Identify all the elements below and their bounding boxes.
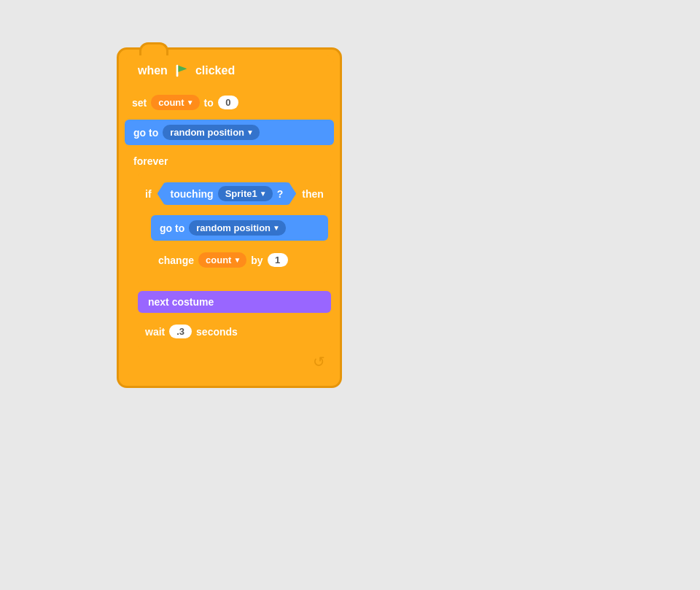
wait-block: wait .3 seconds: [138, 319, 331, 343]
dropdown-arrow-icon: ▼: [187, 98, 194, 106]
set-label: set: [132, 97, 147, 109]
goto1-dropdown[interactable]: random position ▼: [163, 125, 260, 140]
sprite1-arrow-icon: ▼: [260, 190, 267, 198]
sprite1-dropdown[interactable]: Sprite1 ▼: [218, 186, 273, 201]
green-flag-icon: [174, 63, 190, 79]
touching-condition: touching Sprite1 ▼ ?: [158, 182, 297, 205]
then-label: then: [302, 188, 324, 200]
change-variable-dropdown[interactable]: count ▼: [198, 252, 246, 268]
change-label: change: [158, 255, 194, 266]
if-block-header: if touching Sprite1 ▼ ? then: [138, 177, 331, 210]
if-label: if: [145, 188, 152, 200]
scratch-canvas: when clicked set count ▼ to 0: [0, 0, 700, 590]
change-block: change count ▼ by 1: [151, 247, 328, 273]
wait-label: wait: [145, 326, 165, 338]
blocks-container: when clicked set count ▼ to 0: [117, 47, 342, 388]
change-by-label: by: [251, 255, 262, 266]
goto2-arrow-icon: ▼: [273, 224, 280, 232]
touching-label: touching: [171, 188, 214, 200]
forever-block: forever if touching Sprite1 ▼: [125, 150, 334, 375]
if-block-inner: go to random position ▼ change co: [151, 210, 328, 278]
change-value[interactable]: 1: [268, 253, 288, 267]
goto2-label: go to: [160, 222, 184, 234]
hat-clicked-label: clicked: [195, 64, 235, 77]
question-mark: ?: [277, 188, 284, 200]
svg-rect-0: [176, 65, 179, 77]
outer-wrapper: when clicked set count ▼ to 0: [117, 47, 342, 388]
if-block-footer: [138, 278, 331, 285]
goto1-arrow-icon: ▼: [246, 128, 254, 136]
forever-label: forever: [133, 155, 168, 167]
seconds-label: seconds: [196, 326, 238, 338]
hat-when-label: when: [138, 64, 168, 77]
set-to-label: to: [204, 97, 214, 109]
set-variable-dropdown[interactable]: count ▼: [151, 95, 199, 110]
loop-arrow-icon: ↺: [313, 353, 325, 370]
goto2-block: go to random position ▼: [151, 215, 328, 241]
change-arrow-icon: ▼: [233, 256, 241, 264]
hat-bump: [139, 42, 168, 55]
next-costume-block: next costume: [138, 291, 331, 313]
forever-inner: if touching Sprite1 ▼ ? then: [138, 173, 331, 349]
set-block: set count ▼ to 0: [125, 90, 334, 115]
hat-block: when clicked: [125, 55, 334, 86]
set-value[interactable]: 0: [218, 96, 238, 109]
if-block: if touching Sprite1 ▼ ? then: [138, 177, 331, 285]
next-costume-label: next costume: [148, 296, 214, 308]
goto1-block: go to random position ▼: [125, 120, 334, 145]
goto1-label: go to: [133, 127, 158, 139]
wait-value[interactable]: .3: [169, 325, 192, 338]
goto2-dropdown[interactable]: random position ▼: [189, 220, 286, 236]
forever-header: forever: [125, 150, 334, 173]
forever-footer: ↺: [125, 349, 334, 375]
